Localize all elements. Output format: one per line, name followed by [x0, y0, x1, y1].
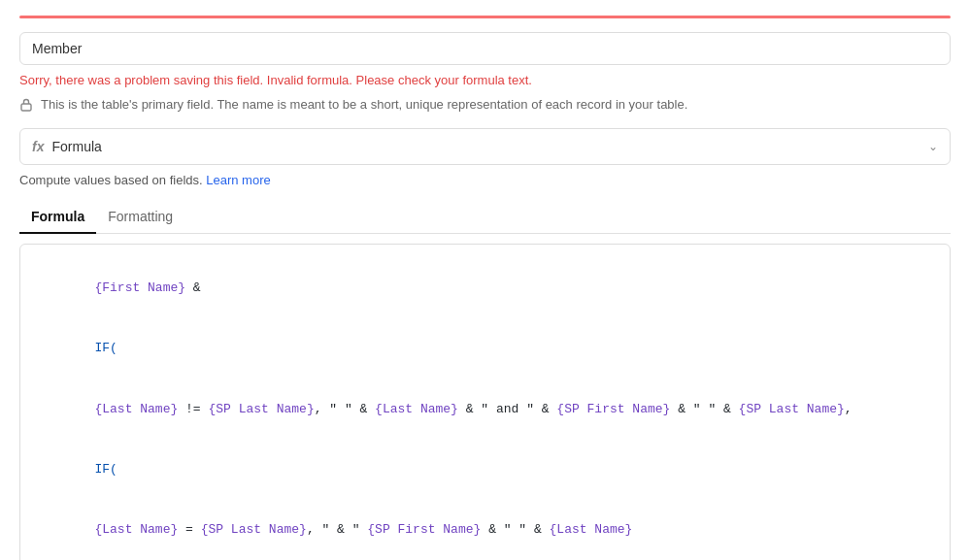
formula-line-3: {Last Name} != {SP Last Name}, " " & {La… [34, 379, 936, 440]
type-selector-label: Formula [51, 139, 101, 154]
formula-line-2: IF( [34, 318, 936, 379]
chevron-down-icon: ⌄ [928, 140, 938, 153]
formula-icon: fx [32, 139, 44, 154]
learn-more-link[interactable]: Learn more [206, 173, 270, 187]
tabs-bar: Formula Formatting [19, 201, 951, 234]
primary-field-text: This is the table's primary field. The n… [41, 97, 687, 112]
primary-field-notice: This is the table's primary field. The n… [19, 97, 951, 115]
formula-line-5: {Last Name} = {SP Last Name}, " & " {SP … [34, 501, 936, 560]
main-container: Sorry, there was a problem saving this f… [0, 0, 970, 560]
tab-formatting[interactable]: Formatting [96, 201, 184, 234]
type-selector[interactable]: fx Formula ⌄ [19, 128, 951, 165]
svg-rect-0 [21, 104, 31, 111]
error-message: Sorry, there was a problem saving this f… [19, 73, 951, 87]
field-name-input[interactable] [19, 32, 951, 65]
field-ref: {First Name} [94, 280, 185, 295]
lock-icon [19, 98, 33, 115]
type-selector-left: fx Formula [32, 139, 102, 154]
top-border-decoration [19, 16, 951, 18]
compute-text: Compute values based on fields. Learn mo… [19, 173, 951, 187]
tab-formula[interactable]: Formula [19, 201, 96, 234]
formula-editor[interactable]: {First Name} & IF( {Last Name} != {SP La… [19, 244, 951, 560]
formula-editor-wrap: {First Name} & IF( {Last Name} != {SP La… [19, 234, 951, 560]
formula-line-1: {First Name} & [34, 258, 936, 318]
formula-line-4: IF( [34, 440, 936, 500]
